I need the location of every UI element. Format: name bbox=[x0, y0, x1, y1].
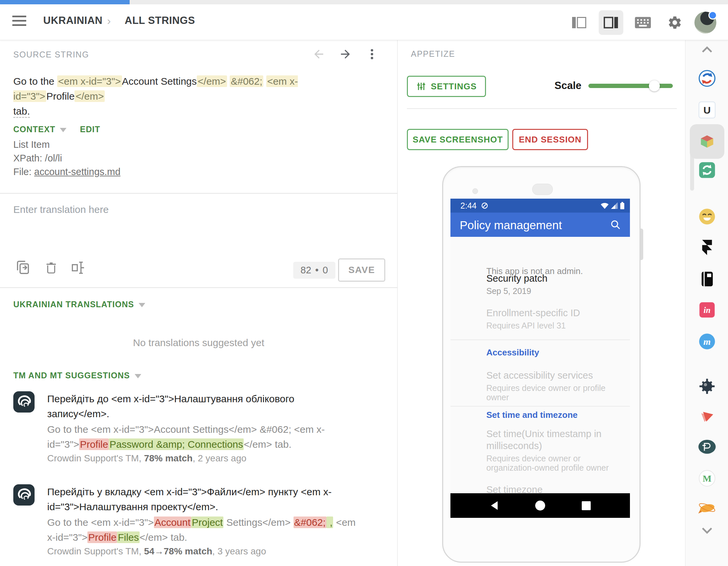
diff-removed: &#062; bbox=[294, 516, 326, 528]
list-item[interactable]: Security patchSep 5, 2019 bbox=[486, 273, 620, 295]
translations-collapse-icon[interactable] bbox=[139, 303, 145, 307]
data-saver-icon bbox=[481, 202, 489, 210]
recents-square-icon[interactable] bbox=[581, 500, 591, 511]
text-token: Account Settings bbox=[122, 76, 197, 87]
tm-suggestion[interactable]: Перейдіть до <em x-id="3">Налаштування о… bbox=[13, 391, 380, 464]
context-type: List Item bbox=[13, 138, 120, 152]
context-toggle[interactable]: CONTEXT bbox=[13, 125, 55, 134]
text-select-icon[interactable] bbox=[70, 259, 88, 277]
scale-slider-thumb[interactable] bbox=[649, 80, 660, 91]
text-token: Settings</em> bbox=[223, 517, 293, 528]
text-token: Profile bbox=[46, 91, 74, 102]
wifi-icon bbox=[601, 202, 609, 210]
gear-icon[interactable] bbox=[663, 10, 687, 35]
tm-collapse-icon[interactable] bbox=[135, 374, 141, 378]
chevron-down-icon[interactable] bbox=[698, 521, 716, 540]
settings-button[interactable]: SETTINGS bbox=[407, 76, 486, 97]
translations-section-title[interactable]: UKRAINIAN TRANSLATIONS bbox=[13, 299, 134, 309]
svg-text:in: in bbox=[703, 305, 710, 314]
end-session-button[interactable]: END SESSION bbox=[512, 129, 588, 150]
context-file: File: account-settings.md bbox=[13, 165, 120, 179]
sliders-icon bbox=[416, 81, 426, 91]
back-triangle-icon[interactable] bbox=[489, 500, 500, 511]
sync-translate-icon[interactable] bbox=[698, 69, 716, 88]
copy-source-icon[interactable] bbox=[15, 259, 32, 277]
svg-text:m: m bbox=[703, 336, 711, 347]
invision-icon[interactable]: in bbox=[698, 300, 716, 319]
layout-left-icon[interactable] bbox=[567, 10, 591, 35]
app-bar: Policy management bbox=[450, 213, 630, 237]
save-button[interactable]: SAVE bbox=[338, 259, 385, 282]
text-token: Go to the bbox=[13, 76, 57, 87]
divider bbox=[0, 193, 397, 194]
cell-signal-icon bbox=[610, 202, 618, 210]
svg-text:U: U bbox=[703, 105, 711, 116]
tag-token: <em x-id="3"> bbox=[57, 75, 122, 87]
text-token: </em> tab. bbox=[140, 532, 187, 543]
menu-icon[interactable] bbox=[12, 16, 26, 28]
section-header: Accessibility bbox=[486, 347, 539, 358]
avatar[interactable] bbox=[694, 12, 716, 34]
crowdin-tm-icon bbox=[13, 484, 35, 506]
marvel-icon[interactable]: m bbox=[698, 332, 716, 351]
text-token bbox=[263, 76, 266, 87]
previous-string-icon[interactable] bbox=[312, 47, 326, 61]
crowdin-tm-icon bbox=[13, 391, 35, 412]
text-token: </em> tab. bbox=[244, 439, 291, 450]
protopie-icon[interactable] bbox=[698, 437, 716, 456]
crowdin-editor-window: UKRAINIAN › ALL STRINGS SOURCE STRING bbox=[0, 0, 728, 566]
apps-sidebar: UinmM bbox=[685, 40, 728, 566]
list-item[interactable]: Enrollment-specific IDRequires API level… bbox=[486, 307, 620, 330]
smiley-icon[interactable] bbox=[698, 207, 716, 226]
list-item[interactable]: Set accessibility servicesRequires devic… bbox=[486, 369, 620, 402]
device-screen[interactable]: 2:44 Policy management This app is not a… bbox=[450, 199, 630, 518]
divider bbox=[407, 108, 677, 109]
context-file-link[interactable]: account-settings.md bbox=[34, 167, 121, 177]
tm-section-title[interactable]: TM AND MT SUGGESTIONS bbox=[13, 371, 130, 380]
red-arrow-icon[interactable] bbox=[698, 407, 716, 425]
clear-translation-icon[interactable] bbox=[43, 259, 60, 277]
sync-green-icon[interactable] bbox=[698, 161, 716, 179]
source-string-label: SOURCE STRING bbox=[13, 50, 89, 59]
presence-dot bbox=[708, 11, 717, 20]
home-circle-icon[interactable] bbox=[535, 500, 546, 511]
suggestion-translation: Перейдіть у вкладку <em x-id="3">Файли</… bbox=[47, 484, 380, 514]
translation-input[interactable]: Enter translation here bbox=[13, 204, 109, 215]
tag-token: </em> bbox=[74, 90, 105, 102]
chevron-up-icon[interactable] bbox=[698, 40, 716, 58]
text-token: Go to the <em x-id="3"> bbox=[47, 517, 154, 528]
more-options-icon[interactable] bbox=[365, 47, 379, 61]
source-string-text: Go to the <em x-id="3">Account Settings<… bbox=[13, 74, 389, 119]
context-edit-button[interactable]: EDIT bbox=[80, 125, 100, 134]
top-progress-bar bbox=[0, 0, 728, 4]
appetize-cube-icon[interactable] bbox=[690, 124, 724, 159]
next-string-icon[interactable] bbox=[338, 47, 352, 61]
scale-slider[interactable] bbox=[588, 84, 673, 88]
layout-right-icon[interactable] bbox=[599, 10, 623, 35]
breadcrumb-file-scope[interactable]: ALL STRINGS bbox=[125, 15, 195, 27]
keyboard-icon[interactable] bbox=[631, 10, 655, 35]
list-item[interactable]: Set time(Unix timestamp in milliseconds)… bbox=[486, 428, 620, 472]
diff-added: Password &amp; Connections bbox=[109, 438, 244, 450]
mine-icon[interactable] bbox=[698, 377, 716, 396]
status-bar: 2:44 bbox=[450, 199, 630, 213]
book-icon[interactable] bbox=[698, 270, 716, 288]
framer-icon[interactable] bbox=[698, 238, 716, 257]
device-mockup: 2:44 Policy management This app is not a… bbox=[442, 166, 641, 563]
zeplin-icon[interactable] bbox=[698, 498, 716, 517]
no-translations-message: No translations suggested yet bbox=[0, 337, 397, 348]
header: UKRAINIAN › ALL STRINGS bbox=[0, 4, 728, 40]
text-token bbox=[227, 76, 230, 87]
tm-suggestion[interactable]: Перейдіть у вкладку <em x-id="3">Файли</… bbox=[13, 484, 380, 557]
divider bbox=[0, 287, 397, 288]
diff-added: , bbox=[326, 516, 333, 528]
medium-icon[interactable]: M bbox=[698, 469, 716, 488]
save-screenshot-button[interactable]: SAVE SCREENSHOT bbox=[407, 129, 509, 150]
suggestion-meta: Crowdin Support's TM, 78% match, 2 years… bbox=[47, 453, 380, 464]
u-tile-icon[interactable]: U bbox=[698, 101, 716, 119]
android-nav-bar bbox=[450, 493, 630, 518]
context-collapse-icon[interactable] bbox=[60, 128, 66, 132]
breadcrumb-language[interactable]: UKRAINIAN bbox=[43, 15, 102, 27]
list-divider bbox=[450, 406, 630, 406]
search-icon[interactable] bbox=[610, 219, 621, 231]
